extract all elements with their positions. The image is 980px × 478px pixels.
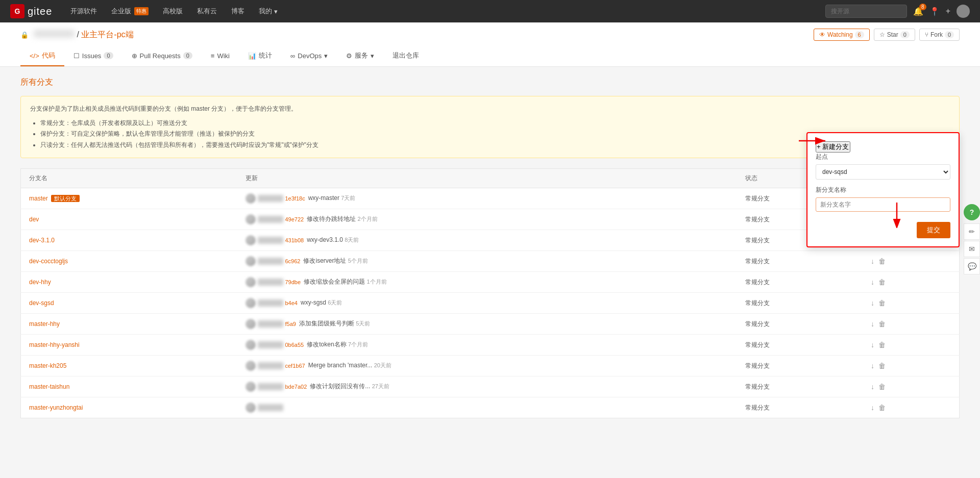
star-count: 0 (900, 31, 910, 38)
notification-badge: 8 (919, 4, 926, 10)
issues-count: 0 (104, 52, 113, 59)
tab-wiki[interactable]: ≡ Wiki (202, 46, 239, 66)
commit-cell: xxxxxx bde7a02修改计划驳回没有传... 27天前 (237, 376, 737, 397)
download-icon[interactable]: ↓ (871, 299, 874, 307)
branch-name-link[interactable]: master-kh205 (29, 362, 66, 369)
help-button[interactable]: ? (964, 204, 980, 220)
branch-name-cell: dev-cocctogljs (21, 251, 238, 272)
branch-name-link[interactable]: master (29, 195, 48, 202)
warning-title: 分支保护是为了防止相关成员推送代码到重要的分支（例如 master 分支），便于… (30, 104, 950, 115)
branch-name-link[interactable]: dev-sgsd (29, 299, 54, 307)
tab-exit[interactable]: 退出仓库 (383, 46, 428, 66)
origin-select[interactable]: dev-sqsd (816, 164, 950, 180)
commit-hash[interactable]: b4e4 (285, 300, 297, 306)
delete-icon[interactable]: 🗑 (878, 257, 886, 265)
commit-cell: xxxxxx 49e722修改待办跳转地址 2个月前 (237, 209, 737, 230)
code-icon: </> (30, 52, 39, 60)
commit-hash[interactable]: cef1b67 (285, 363, 305, 369)
logo-text: gitee (28, 6, 52, 17)
commit-hash[interactable]: bde7a02 (285, 384, 307, 390)
download-icon[interactable]: ↓ (871, 341, 874, 349)
tab-service[interactable]: ⚙ 服务 ▾ (337, 46, 383, 66)
download-icon[interactable]: ↓ (871, 257, 874, 265)
branch-name-link[interactable]: dev-cocctogljs (29, 258, 68, 265)
delete-icon[interactable]: 🗑 (878, 383, 886, 391)
nav-blog[interactable]: 博客 (225, 3, 251, 20)
branch-name-link[interactable]: master-taishun (29, 383, 69, 390)
download-icon[interactable]: ↓ (871, 320, 874, 328)
commit-hash[interactable]: 79dbe (285, 279, 301, 285)
branch-name-link[interactable]: master-yunzhongtai (29, 404, 83, 411)
edit-float-btn[interactable]: ✏ (964, 223, 980, 240)
table-row: master-hhyxxxxxx f5a9添加集团级账号判断 5天前常规分支↓🗑 (21, 314, 960, 335)
branch-name-cell: dev (21, 209, 238, 230)
add-icon[interactable]: + (946, 7, 950, 16)
commit-time: 8天前 (345, 237, 359, 243)
table-row: master-taishunxxxxxx bde7a02修改计划驳回没有传...… (21, 376, 960, 397)
delete-icon[interactable]: 🗑 (878, 341, 886, 349)
nav-university[interactable]: 高校版 (157, 3, 189, 20)
nav-open-source[interactable]: 开源软件 (64, 3, 103, 20)
commit-time: 2个月前 (358, 216, 378, 222)
pr-icon: ⊕ (132, 52, 137, 60)
nav-mine[interactable]: 我的 ▾ (253, 3, 284, 20)
delete-icon[interactable]: 🗑 (878, 278, 886, 286)
logo-icon: G (10, 4, 24, 18)
commit-hash[interactable]: 0b6a55 (285, 342, 304, 348)
new-branch-popup: + 新建分支 起点 dev-sqsd 新分支名称 提交 (806, 132, 960, 247)
delete-icon[interactable]: 🗑 (878, 404, 886, 412)
fork-button[interactable]: ⑂ Fork 0 (919, 29, 960, 41)
commit-time: 5个月前 (348, 258, 368, 264)
branch-name-link[interactable]: master-hhy-yanshi (29, 341, 80, 348)
repo-full-name: / 业主平台-pc端 (34, 30, 134, 40)
branch-name-link[interactable]: dev-3.1.0 (29, 237, 55, 244)
branch-name-link[interactable]: dev (29, 216, 39, 223)
download-icon[interactable]: ↓ (871, 362, 874, 370)
delete-icon[interactable]: 🗑 (878, 299, 886, 307)
tab-stats[interactable]: 📊 统计 (239, 46, 281, 66)
logo[interactable]: G gitee (10, 4, 52, 18)
user-avatar[interactable] (957, 5, 970, 18)
repo-lock-icon: 🔒 (20, 31, 29, 39)
repo-actions: 👁 Watching 6 ☆ Star 0 ⑂ Fork 0 (814, 29, 960, 41)
nav-private[interactable]: 私有云 (191, 3, 223, 20)
branch-name-input[interactable] (816, 197, 950, 212)
tab-code[interactable]: </> 代码 (20, 46, 64, 66)
repo-org-link[interactable] (34, 30, 77, 39)
commit-hash[interactable]: 6c962 (285, 258, 300, 264)
branch-name-label: 新分支名称 (816, 186, 950, 194)
commit-hash[interactable]: 431b08 (285, 237, 304, 243)
star-icon: ☆ (879, 31, 885, 38)
star-button[interactable]: ☆ Star 0 (874, 29, 915, 41)
download-icon[interactable]: ↓ (871, 278, 874, 286)
commit-cell: xxxxxx 431b08wxy-dev3.1.0 8天前 (237, 230, 737, 251)
branch-name-link[interactable]: dev-hhy (29, 279, 51, 286)
delete-icon[interactable]: 🗑 (878, 320, 886, 328)
commit-hash[interactable]: 1e3f18c (285, 195, 305, 202)
navbar-right: 🔔 8 📍 + (825, 5, 970, 18)
commit-cell: xxxxxx 79dbe修改缩放会全屏的问题 1个月前 (237, 272, 737, 293)
chat-float-btn[interactable]: 💬 (964, 258, 980, 274)
submit-button[interactable]: 提交 (917, 222, 950, 238)
branch-name-cell: dev-hhy (21, 272, 238, 293)
commit-hash[interactable]: f5a9 (285, 321, 296, 327)
delete-icon[interactable]: 🗑 (878, 362, 886, 370)
committer-name: xxxxxx (258, 404, 283, 411)
notification-icon[interactable]: 🔔 8 (913, 7, 923, 16)
tab-pr[interactable]: ⊕ Pull Requests 0 (122, 46, 202, 66)
download-icon[interactable]: ↓ (871, 383, 874, 391)
location-icon[interactable]: 📍 (929, 7, 940, 16)
download-icon[interactable]: ↓ (871, 404, 874, 412)
commit-hash[interactable]: 49e722 (285, 216, 304, 222)
tab-devops[interactable]: ∞ DevOps ▾ (281, 46, 337, 66)
wiki-icon: ≡ (211, 52, 215, 60)
search-input[interactable] (825, 5, 907, 18)
mail-float-btn[interactable]: ✉ (964, 241, 980, 257)
repo-name-link[interactable]: 业主平台-pc端 (81, 30, 133, 39)
table-row: master-yunzhongtaixxxxxx 常规分支↓🗑 (21, 397, 960, 418)
branch-type-cell: 常规分支 (737, 376, 863, 397)
tab-issues[interactable]: ☐ Issues 0 (64, 46, 122, 66)
nav-enterprise[interactable]: 企业版 特惠 (105, 3, 155, 20)
branch-name-link[interactable]: master-hhy (29, 320, 60, 328)
watching-button[interactable]: 👁 Watching 6 (814, 29, 870, 41)
